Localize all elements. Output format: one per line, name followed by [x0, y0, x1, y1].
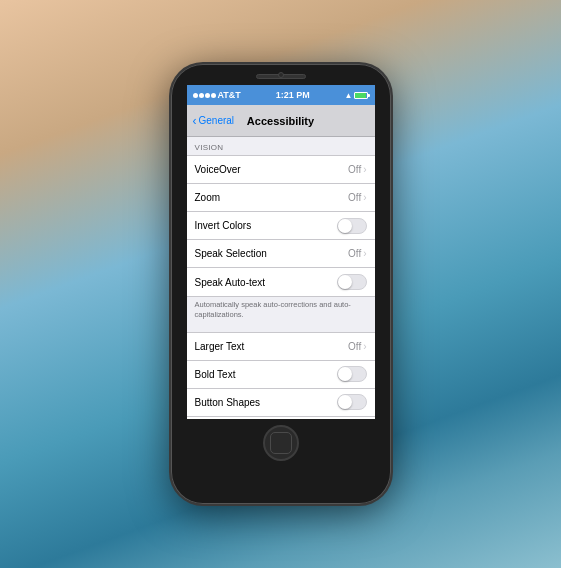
larger-text-chevron-icon: ›: [363, 341, 366, 352]
voiceover-row[interactable]: VoiceOver Off ›: [187, 156, 375, 184]
nav-bar: ‹ General Accessibility: [187, 105, 375, 137]
speak-autotext-toggle-knob: [338, 275, 352, 289]
back-button[interactable]: ‹ General: [193, 115, 235, 127]
back-label: General: [199, 115, 235, 126]
voiceover-value: Off ›: [348, 164, 367, 175]
battery-fill: [355, 93, 366, 98]
status-left: AT&T: [193, 90, 241, 100]
speak-autotext-toggle[interactable]: [337, 274, 367, 290]
invert-colors-label: Invert Colors: [195, 220, 252, 231]
larger-text-value: Off ›: [348, 341, 367, 352]
vision-section-header: VISION: [187, 137, 375, 155]
phone-screen: AT&T 1:21 PM ▲ ‹ General Accessibility V…: [187, 85, 375, 419]
speak-selection-value: Off ›: [348, 248, 367, 259]
increase-contrast-row[interactable]: Increase Contrast On ›: [187, 417, 375, 420]
speak-autotext-label: Speak Auto-text: [195, 277, 266, 288]
button-shapes-label: Button Shapes: [195, 397, 261, 408]
signal-dot-2: [199, 93, 204, 98]
home-button[interactable]: [263, 425, 299, 461]
larger-text-status: Off: [348, 341, 361, 352]
speak-selection-chevron-icon: ›: [363, 248, 366, 259]
accessibility-settings-group: Larger Text Off › Bold Text Button Shape…: [187, 332, 375, 420]
vision-settings-group: VoiceOver Off › Zoom Off › Inver: [187, 155, 375, 297]
bold-text-label: Bold Text: [195, 369, 236, 380]
invert-colors-row[interactable]: Invert Colors: [187, 212, 375, 240]
speak-autotext-description: Automatically speak auto-corrections and…: [187, 297, 375, 324]
status-right: ▲: [345, 91, 369, 100]
voiceover-status: Off: [348, 164, 361, 175]
signal-dot-3: [205, 93, 210, 98]
page-title: Accessibility: [247, 115, 314, 127]
speak-selection-label: Speak Selection: [195, 248, 267, 259]
speak-autotext-row[interactable]: Speak Auto-text: [187, 268, 375, 296]
phone-camera: [278, 72, 284, 78]
invert-colors-toggle-knob: [338, 219, 352, 233]
home-button-inner: [270, 432, 292, 454]
zoom-label: Zoom: [195, 192, 221, 203]
status-time: 1:21 PM: [276, 90, 310, 100]
bold-text-toggle-knob: [338, 367, 352, 381]
speak-selection-row[interactable]: Speak Selection Off ›: [187, 240, 375, 268]
phone-shell: AT&T 1:21 PM ▲ ‹ General Accessibility V…: [171, 64, 391, 504]
speak-selection-status: Off: [348, 248, 361, 259]
wifi-icon: ▲: [345, 91, 353, 100]
bold-text-row[interactable]: Bold Text: [187, 361, 375, 389]
back-chevron-icon: ‹: [193, 115, 197, 127]
zoom-value: Off ›: [348, 192, 367, 203]
larger-text-row[interactable]: Larger Text Off ›: [187, 333, 375, 361]
signal-dots: [193, 93, 216, 98]
zoom-row[interactable]: Zoom Off ›: [187, 184, 375, 212]
larger-text-label: Larger Text: [195, 341, 245, 352]
zoom-chevron-icon: ›: [363, 192, 366, 203]
settings-content: VISION VoiceOver Off › Zoom Off ›: [187, 137, 375, 419]
invert-colors-toggle[interactable]: [337, 218, 367, 234]
signal-dot-1: [193, 93, 198, 98]
signal-dot-4: [211, 93, 216, 98]
button-shapes-toggle[interactable]: [337, 394, 367, 410]
battery-icon: [354, 92, 368, 99]
zoom-status: Off: [348, 192, 361, 203]
bold-text-toggle[interactable]: [337, 366, 367, 382]
status-bar: AT&T 1:21 PM ▲: [187, 85, 375, 105]
button-shapes-toggle-knob: [338, 395, 352, 409]
voiceover-chevron-icon: ›: [363, 164, 366, 175]
gap-spacer: [187, 324, 375, 332]
carrier-label: AT&T: [218, 90, 241, 100]
voiceover-label: VoiceOver: [195, 164, 241, 175]
button-shapes-row[interactable]: Button Shapes: [187, 389, 375, 417]
